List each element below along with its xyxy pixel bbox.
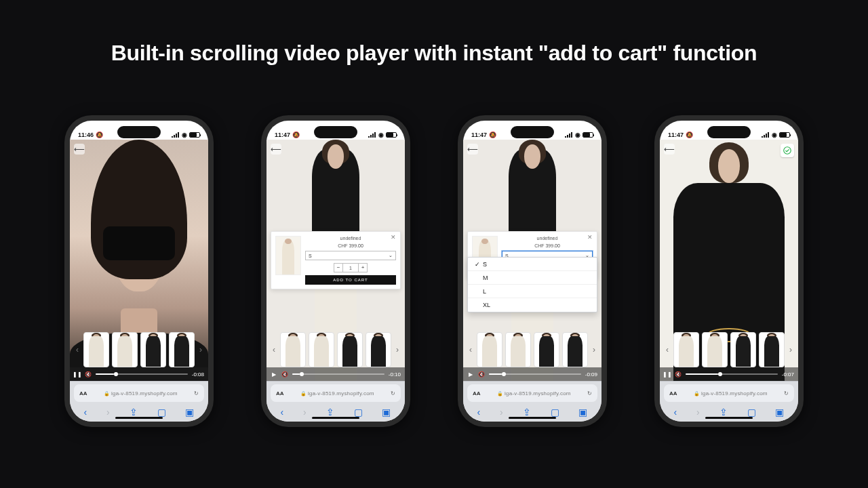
home-indicator[interactable] [509,417,556,419]
phones-row: 11:46 🔕 ◉ ⟵ ‹ [0,115,868,427]
url-bar[interactable]: AA 🔒 iga-v-8519.myshopify.com ↻ [74,384,204,402]
product-thumb[interactable] [562,332,588,367]
reader-button[interactable]: AA [473,390,481,396]
product-thumb[interactable] [280,332,306,367]
product-thumb[interactable] [337,332,363,367]
size-option[interactable]: M [468,271,597,285]
signal-icon [172,132,180,138]
close-icon[interactable]: ✕ [587,234,593,241]
video-scrubber[interactable] [489,373,581,375]
nav-forward-icon: › [303,407,307,418]
mute-icon[interactable]: 🔇 [675,371,682,378]
thumbs-next[interactable]: › [787,332,794,367]
product-thumb[interactable] [702,332,728,367]
product-thumb[interactable] [169,332,195,367]
qty-decrement[interactable]: − [334,263,343,272]
thumbs-next[interactable]: › [591,332,597,367]
reader-button[interactable]: AA [79,390,87,396]
nav-back-icon[interactable]: ‹ [280,407,283,418]
tabs-icon[interactable]: ▣ [578,407,587,418]
product-thumb[interactable] [477,332,502,367]
quantity-stepper: − 1 + [334,263,368,272]
url-bar[interactable]: AA 🔒 iga-v-8519.myshopify.com ↻ [664,384,794,402]
size-dropdown: ✓S M L XL [467,257,597,312]
reload-icon[interactable]: ↻ [587,390,592,396]
bookmarks-icon[interactable]: ▢ [551,407,559,418]
back-icon[interactable]: ⟵ [271,144,281,155]
tabs-icon[interactable]: ▣ [775,407,784,418]
size-option[interactable]: XL [468,298,597,312]
product-thumb[interactable] [366,332,391,367]
video-viewport[interactable]: ⟵ ✕ undefined CHF 399.00 S⌄ [267,140,405,381]
nav-back-icon[interactable]: ‹ [477,407,480,418]
url-bar[interactable]: AA 🔒 iga-v-8519.myshopify.com ↻ [271,384,401,402]
product-thumb[interactable] [759,332,785,367]
mute-icon[interactable]: 🔇 [281,371,288,378]
status-time: 11:46 🔕 [78,131,103,138]
home-indicator[interactable] [312,417,359,419]
signal-icon [565,132,573,138]
thumbs-prev[interactable]: ‹ [271,332,277,367]
back-icon[interactable]: ⟵ [74,144,85,155]
size-option[interactable]: L [468,285,597,298]
sheet-product-thumb[interactable] [275,236,301,275]
thumbs-next[interactable]: › [394,332,401,367]
home-indicator[interactable] [705,417,753,419]
size-select[interactable]: S⌄ [305,251,396,260]
video-viewport[interactable]: ⟵ ‹ › ❚❚ 🔇 [660,140,798,381]
mute-icon[interactable]: 🔇 [478,371,485,378]
video-scrubber[interactable] [686,373,778,375]
reload-icon[interactable]: ↻ [784,390,789,396]
share-icon[interactable]: ⇪ [130,407,138,418]
mute-icon[interactable]: 🔇 [85,371,92,378]
tabs-icon[interactable]: ▣ [185,407,194,418]
thumbs-prev[interactable]: ‹ [74,332,81,367]
url-bar[interactable]: AA 🔒 iga-v-8519.myshopify.com ↻ [467,384,597,402]
thumbs-next[interactable]: › [197,332,204,367]
product-thumb[interactable] [309,332,334,367]
pause-icon[interactable]: ❚❚ [74,371,81,378]
thumbs-prev[interactable]: ‹ [664,332,671,367]
product-thumb[interactable] [673,332,699,367]
video-scrubber[interactable] [292,373,384,375]
nav-back-icon[interactable]: ‹ [83,407,87,418]
reload-icon[interactable]: ↻ [391,390,395,396]
url-domain: iga-v-8519.myshopify.com [505,390,571,396]
play-icon[interactable]: ▶ [271,371,277,378]
video-scrubber[interactable] [96,373,188,375]
reader-button[interactable]: AA [669,390,677,396]
close-icon[interactable]: ✕ [391,234,396,241]
bookmarks-icon[interactable]: ▢ [747,407,756,418]
video-viewport[interactable]: ⟵ ✕ undefined CHF 399.00 S⌄ [463,140,601,381]
bookmarks-icon[interactable]: ▢ [354,407,363,418]
battery-icon [779,132,790,138]
bookmarks-icon[interactable]: ▢ [157,407,166,418]
product-thumb[interactable] [112,332,138,367]
share-icon[interactable]: ⇪ [326,407,334,418]
device-notch [707,126,751,138]
battery-icon [386,132,397,138]
add-to-cart-button[interactable]: ADD TO CART [305,275,396,285]
product-thumb[interactable] [140,332,166,367]
share-icon[interactable]: ⇪ [523,407,531,418]
play-icon[interactable]: ▶ [467,371,474,378]
share-icon[interactable]: ⇪ [719,407,728,418]
reload-icon[interactable]: ↻ [194,390,199,396]
lock-icon: 🔒 [694,391,700,396]
product-thumb[interactable] [730,332,756,367]
back-icon[interactable]: ⟵ [467,144,478,155]
back-icon[interactable]: ⟵ [664,144,675,155]
product-thumb[interactable] [83,332,109,367]
nav-back-icon[interactable]: ‹ [673,407,677,418]
home-indicator[interactable] [115,417,163,419]
thumbs-prev[interactable]: ‹ [467,332,474,367]
qty-increment[interactable]: + [358,263,368,272]
reader-button[interactable]: AA [276,390,284,396]
video-controls: ❚❚ 🔇 -0:08 [70,367,208,381]
tabs-icon[interactable]: ▣ [382,407,391,418]
size-option[interactable]: ✓S [468,258,597,271]
product-thumb[interactable] [534,332,559,367]
pause-icon[interactable]: ❚❚ [664,371,671,378]
product-thumb[interactable] [505,332,531,367]
video-viewport[interactable]: ⟵ ‹ › ❚❚ 🔇 [70,140,208,381]
